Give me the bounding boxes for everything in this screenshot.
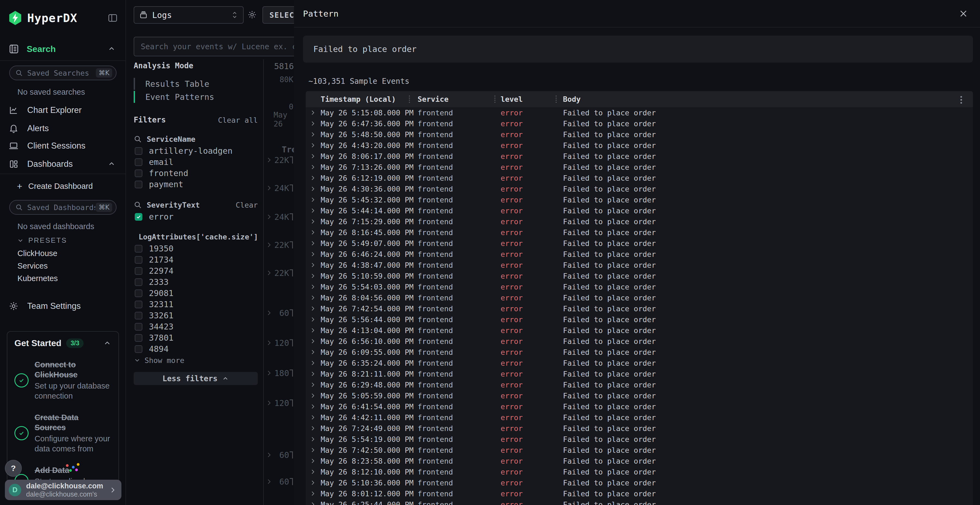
table-row[interactable]: May 26 6:35:24.000 PM frontend error Fai… (306, 357, 973, 368)
table-row[interactable]: May 26 6:41:54.000 PM frontend error Fai… (306, 401, 973, 412)
checkbox[interactable] (135, 170, 142, 177)
column-resize-handle[interactable] (494, 95, 495, 103)
pattern-row-partial[interactable]: 60 (266, 449, 293, 461)
filter-option[interactable]: 4894 (134, 343, 258, 354)
table-row[interactable]: May 26 5:54:19.000 PM frontend error Fai… (306, 434, 973, 445)
filter-option[interactable]: frontend (134, 168, 258, 179)
table-row[interactable]: May 26 8:23:58.000 PM frontend error Fai… (306, 456, 973, 466)
checkbox[interactable] (135, 256, 142, 264)
filter-option[interactable]: 37801 (134, 332, 258, 343)
table-row[interactable]: May 26 8:21:11.000 PM frontend error Fai… (306, 368, 973, 379)
column-header-timestamp[interactable]: Timestamp (Local) (321, 91, 396, 107)
row-expand-chevron-icon[interactable] (310, 227, 316, 238)
column-header-service[interactable]: Service (418, 91, 449, 107)
filter-option[interactable]: artillery-loadgen (134, 145, 258, 156)
event-search-bar[interactable] (134, 37, 294, 56)
sidebar-item-dashboards[interactable]: Dashboards (9, 157, 116, 171)
pattern-row-partial[interactable]: 60 (266, 308, 293, 318)
table-row[interactable]: May 26 5:10:59.000 PM frontend error Fai… (306, 270, 973, 281)
sidebar-item-chart-explorer[interactable]: Chart Explorer (9, 104, 116, 117)
pattern-row-partial[interactable]: 24K (266, 183, 293, 194)
mode-results-table[interactable]: Results Table (134, 77, 258, 91)
table-row[interactable]: May 26 7:42:54.000 PM frontend error Fai… (306, 303, 973, 314)
row-expand-chevron-icon[interactable] (310, 401, 316, 412)
event-search-input[interactable] (140, 42, 294, 51)
row-expand-chevron-icon[interactable] (310, 445, 316, 456)
row-expand-chevron-icon[interactable] (310, 173, 316, 183)
table-row[interactable]: May 26 5:05:59.000 PM frontend error Fai… (306, 390, 973, 401)
row-expand-chevron-icon[interactable] (310, 162, 316, 173)
checkbox[interactable] (135, 301, 142, 308)
sidebar-collapse-icon[interactable] (108, 14, 117, 22)
checkbox[interactable] (135, 334, 142, 342)
filter-option[interactable]: 22974 (134, 265, 258, 276)
chevron-up-icon[interactable] (108, 160, 116, 168)
row-expand-chevron-icon[interactable] (310, 488, 316, 499)
sidebar-section-search[interactable]: Search (9, 43, 116, 56)
row-expand-chevron-icon[interactable] (310, 140, 316, 151)
table-row[interactable]: May 26 5:48:50.000 PM frontend error Fai… (306, 129, 973, 140)
table-row[interactable]: May 26 6:47:36.000 PM frontend error Fai… (306, 118, 973, 129)
create-dashboard-button[interactable]: + Create Dashboard (17, 180, 93, 192)
row-expand-chevron-icon[interactable] (310, 336, 316, 347)
show-more-link[interactable]: Show more (134, 354, 258, 366)
row-expand-chevron-icon[interactable] (310, 347, 316, 357)
row-expand-chevron-icon[interactable] (310, 205, 316, 216)
table-row[interactable]: May 26 4:30:36.000 PM frontend error Fai… (306, 183, 973, 194)
filter-option[interactable]: 33261 (134, 310, 258, 321)
source-select[interactable]: Logs (134, 6, 243, 24)
row-expand-chevron-icon[interactable] (310, 423, 316, 434)
row-expand-chevron-icon[interactable] (310, 477, 316, 488)
row-expand-chevron-icon[interactable] (310, 151, 316, 162)
saved-dashboards-input[interactable]: ⌘K (9, 200, 116, 215)
table-row[interactable]: May 26 5:45:32.000 PM frontend error Fai… (306, 194, 973, 205)
filter-option[interactable]: 19350 (134, 243, 258, 254)
table-row[interactable]: May 26 5:56:44.000 PM frontend error Fai… (306, 314, 973, 325)
row-expand-chevron-icon[interactable] (310, 216, 316, 227)
filter-option[interactable]: 21734 (134, 254, 258, 265)
saved-dashboards-field[interactable] (27, 203, 96, 212)
table-options-menu-icon[interactable] (960, 96, 962, 104)
table-row[interactable]: May 26 6:25:44.000 PM frontend error Fai… (306, 499, 973, 505)
mode-event-patterns[interactable]: Event Patterns (134, 91, 258, 103)
clear-link[interactable]: Clear (236, 201, 258, 209)
row-expand-chevron-icon[interactable] (310, 379, 316, 390)
filter-option[interactable]: 29081 (134, 287, 258, 299)
row-expand-chevron-icon[interactable] (310, 238, 316, 249)
filter-option[interactable]: email (134, 156, 258, 168)
row-expand-chevron-icon[interactable] (310, 249, 316, 260)
table-row[interactable]: May 26 8:04:56.000 PM frontend error Fai… (306, 292, 973, 303)
checkbox[interactable] (135, 213, 142, 221)
column-resize-handle[interactable] (409, 95, 410, 103)
table-row[interactable]: May 26 7:24:49.000 PM frontend error Fai… (306, 423, 973, 434)
row-expand-chevron-icon[interactable] (310, 412, 316, 423)
filter-option[interactable]: error (134, 211, 258, 222)
get-started-step[interactable]: Connect to ClickHouse Set up your databa… (14, 360, 111, 401)
table-row[interactable]: May 26 8:06:17.000 PM frontend error Fai… (306, 151, 973, 162)
row-expand-chevron-icon[interactable] (310, 368, 316, 379)
row-expand-chevron-icon[interactable] (310, 390, 316, 401)
row-expand-chevron-icon[interactable] (310, 314, 316, 325)
filter-option[interactable]: 32311 (134, 299, 258, 310)
checkbox[interactable] (135, 158, 142, 166)
close-icon[interactable] (959, 9, 968, 18)
table-row[interactable]: May 26 6:09:55.000 PM frontend error Fai… (306, 347, 973, 357)
pattern-row-partial[interactable]: 24K (266, 211, 293, 222)
table-row[interactable]: May 26 5:49:07.000 PM frontend error Fai… (306, 238, 973, 249)
table-row[interactable]: May 26 4:13:04.000 PM frontend error Fai… (306, 325, 973, 336)
table-row[interactable]: May 26 5:54:03.000 PM frontend error Fai… (306, 281, 973, 292)
row-expand-chevron-icon[interactable] (310, 303, 316, 314)
row-expand-chevron-icon[interactable] (310, 466, 316, 477)
checkbox[interactable] (135, 245, 142, 252)
table-row[interactable]: May 26 4:43:20.000 PM frontend error Fai… (306, 140, 973, 151)
row-expand-chevron-icon[interactable] (310, 107, 316, 118)
table-row[interactable]: May 26 5:15:08.000 PM frontend error Fai… (306, 107, 973, 118)
row-expand-chevron-icon[interactable] (310, 183, 316, 194)
presets-toggle[interactable]: PRESETS (17, 236, 67, 245)
checkbox[interactable] (135, 312, 142, 319)
pattern-row-partial[interactable]: 22K (266, 240, 293, 250)
pattern-row-partial[interactable]: 120 (266, 337, 293, 348)
select-columns-button[interactable]: SELECT (262, 6, 294, 24)
clear-all-link[interactable]: Clear all (218, 116, 258, 124)
search-icon[interactable] (134, 201, 142, 209)
